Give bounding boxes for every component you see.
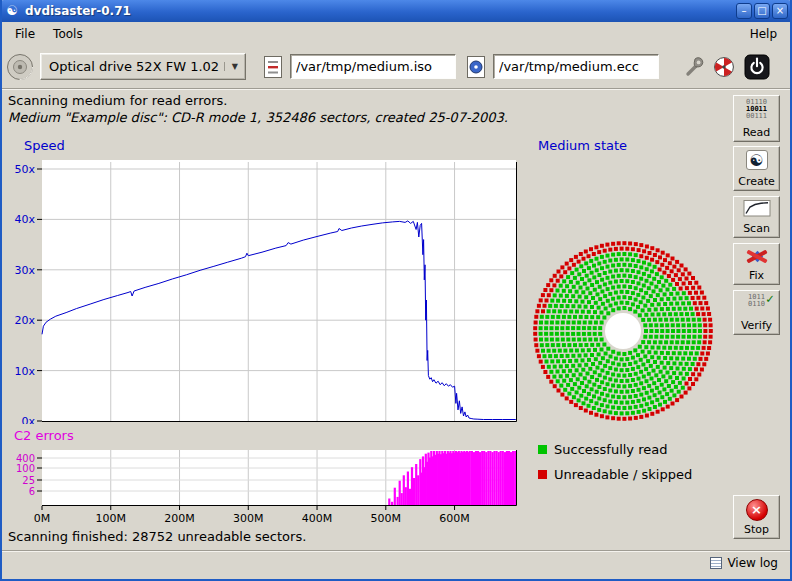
svg-text:200M: 200M [164,512,195,525]
scan-button-label: Scan [743,223,770,235]
status-line-action: Scanning medium for read errors. [8,93,227,108]
color-wheel-icon[interactable] [713,56,735,78]
close-button[interactable]: × [772,3,788,19]
legend-unreadable-label: Unreadable / skipped [554,467,692,482]
svg-text:6: 6 [29,486,35,497]
minimize-button[interactable]: – [736,3,752,19]
window-title: dvdisaster-0.71 [25,4,734,18]
speed-chart: 0x10x20x30x40x50x [0,158,530,424]
image-file-icon [262,55,284,79]
drive-icon-button[interactable] [6,53,34,81]
svg-text:400M: 400M [302,512,333,525]
ecc-file-icon [465,55,487,79]
drive-select-value: Optical drive 52X FW 1.02 [49,59,224,74]
scan-result-text: Scanning finished: 28752 unreadable sect… [8,529,306,544]
read-button-label: Read [743,127,771,139]
stop-button[interactable]: × Stop [733,495,780,539]
ecc-path-input[interactable] [493,54,659,79]
svg-text:300M: 300M [233,512,264,525]
svg-text:0x: 0x [21,415,35,424]
yin-yang-icon: ☯ [746,150,768,170]
svg-text:100: 100 [16,463,35,474]
binary-read-icon: 01110 10011 00111 [746,99,767,120]
power-quit-button[interactable] [744,54,770,80]
toolbar: Optical drive 52X FW 1.02 ▼ [0,45,792,88]
binary-check-icon: 1011 0110 ✓ [748,294,765,308]
fix-button-label: Fix [749,270,764,282]
read-button[interactable]: 01110 10011 00111 Read [733,95,780,142]
menu-file[interactable]: File [6,24,44,44]
svg-text:40x: 40x [14,213,35,226]
create-button[interactable]: ☯ Create [733,146,780,191]
app-window: ☯ dvdisaster-0.71 – □ × File Tools Help … [0,0,792,581]
statusbar-separator [0,550,792,552]
svg-text:25: 25 [22,475,35,486]
svg-text:20x: 20x [14,314,35,327]
c2-errors-chart: 4001002560M100M200M300M400M500M600M [0,444,530,528]
status-line-medium: Medium "Example disc": CD-R mode 1, 3524… [8,110,508,125]
svg-text:30x: 30x [14,264,35,277]
svg-text:10x: 10x [14,365,35,378]
svg-text:500M: 500M [371,512,402,525]
drive-select-combobox[interactable]: Optical drive 52X FW 1.02 ▼ [40,53,246,80]
svg-text:600M: 600M [439,512,470,525]
maximize-button[interactable]: □ [754,3,770,19]
svg-text:50x: 50x [14,163,35,176]
chevron-down-icon: ▼ [224,62,242,71]
verify-button[interactable]: 1011 0110 ✓ Verify [733,290,780,335]
menu-help[interactable]: Help [741,24,786,44]
green-swatch-icon [538,445,547,454]
menubar: File Tools Help [0,22,792,45]
fix-tools-icon [744,247,770,266]
svg-text:0M: 0M [34,512,51,525]
log-window-icon [710,557,722,569]
medium-state-title: Medium state [538,138,627,153]
svg-text:100M: 100M [96,512,127,525]
medium-state-disc [528,236,718,426]
view-log-label: View log [727,556,778,570]
fix-button[interactable]: Fix [733,243,780,285]
toolbar-separator [0,88,792,90]
menu-tools[interactable]: Tools [44,24,92,44]
create-button-label: Create [738,176,775,188]
scan-curve-icon [743,200,771,217]
iso-path-input[interactable] [290,54,456,79]
scan-button[interactable]: Scan [733,196,780,238]
view-log-button[interactable]: View log [710,556,778,570]
c2-errors-chart-title: C2 errors [14,428,74,443]
stop-x-icon: × [746,499,768,521]
app-yinyang-icon: ☯ [4,3,20,19]
legend-unreadable: Unreadable / skipped [538,467,692,482]
legend-successful-label: Successfully read [554,442,667,457]
stop-button-label: Stop [744,524,769,536]
preferences-wrench-icon[interactable] [684,56,706,78]
red-swatch-icon [538,470,547,479]
verify-button-label: Verify [741,320,772,332]
check-icon: ✓ [766,295,774,302]
legend-successful: Successfully read [538,442,667,457]
speed-chart-title: Speed [24,138,65,153]
titlebar[interactable]: ☯ dvdisaster-0.71 – □ × [0,0,792,22]
